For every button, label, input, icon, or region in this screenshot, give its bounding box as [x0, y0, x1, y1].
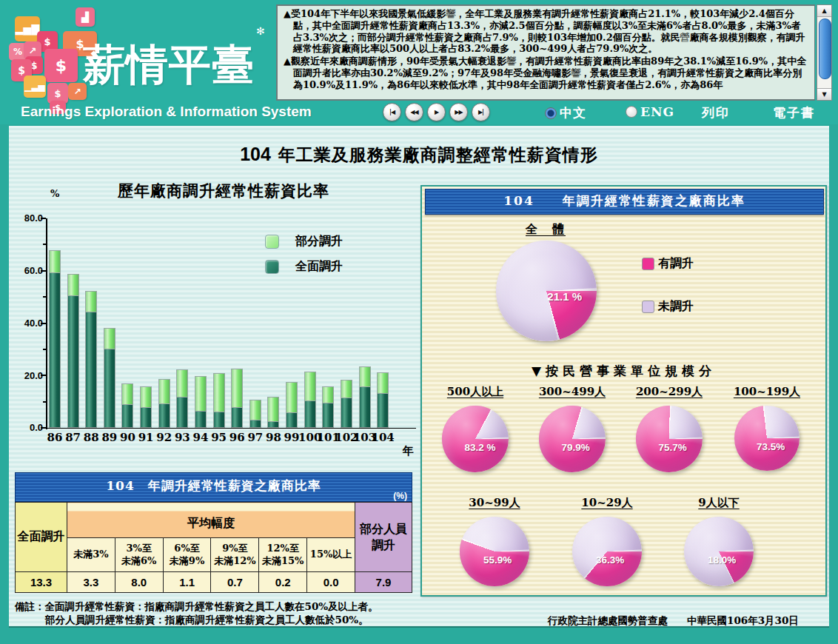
lang-en-label[interactable]: ENG	[640, 104, 674, 119]
fast-forward-button[interactable]: ▶▶	[449, 103, 468, 121]
bar-year-92	[158, 379, 170, 428]
bar-segment-full	[304, 400, 316, 428]
bar-year-104	[377, 372, 389, 428]
bar-chart-legend: 部分調升 全面調升	[265, 234, 343, 284]
range-header: 6%至 未滿9%	[163, 538, 211, 572]
rewind-button[interactable]: ◀◀	[405, 103, 423, 121]
x-tick-label: 96	[229, 431, 245, 444]
scrollbar-thumb[interactable]	[819, 19, 831, 79]
x-tick-label: 104	[372, 431, 395, 444]
overall-pie-chart: 21.1 %	[496, 241, 597, 341]
bar-year-89	[104, 328, 115, 428]
size-label: 30~99人	[450, 496, 539, 510]
bar-segment-full	[176, 397, 188, 428]
registered-mark-icon: ✻	[256, 25, 265, 37]
range-header: 未滿3%	[67, 538, 115, 572]
summary-table: 104 年調升經常性薪資之廠商比率 (%) 全面調升 平均幅度 部分人員 調升 …	[15, 472, 412, 593]
first-button[interactable]: |◀	[383, 103, 401, 121]
pie-value-label: 83.2 %	[465, 442, 496, 453]
pie-panel: 104 年調升經常性薪資之廠商比率 全 體 21.1 % 有調升 未調升 ▼按民…	[420, 185, 827, 597]
scroll-up-icon[interactable]: ▲	[817, 5, 831, 17]
bar-year-94	[195, 376, 207, 428]
lang-option-english[interactable]: ENG	[626, 104, 674, 119]
pie-chart-100~199人: 73.5%	[734, 406, 800, 471]
value-partial-raise: 7.9	[355, 572, 412, 593]
radio-selected-icon[interactable]	[545, 107, 557, 119]
value-cell: 0.2	[259, 572, 307, 593]
x-tick-label: 87	[65, 431, 81, 444]
pie-chart-30~99人: 55.9%	[460, 517, 529, 586]
axis-tick	[43, 244, 46, 245]
legend-label: 有調升	[658, 256, 694, 272]
overall-pie-value: 21.1 %	[547, 290, 582, 303]
x-tick-label: 94	[193, 431, 209, 444]
announcement-paragraph: ▲受104年下半年以來我國景氣低緩影響，全年工業及服務業有調升經常性薪資廠商占2…	[284, 8, 808, 55]
pie-value-label: 36.3%	[596, 554, 624, 566]
site-logo[interactable]: ▂▅▇▟$$%↗$$$▁▃▅$↗$ 薪情平臺 ✻ Earnings Explor…	[9, 6, 268, 102]
pie-value-label: 73.5%	[757, 441, 785, 452]
bar-segment-partial	[322, 386, 334, 403]
bar-year-99	[286, 382, 298, 428]
size-label: 500人以上	[431, 385, 520, 399]
bar-segment-partial	[213, 373, 225, 412]
announcement-scrollbar[interactable]: ▲ ▼	[817, 4, 832, 101]
x-tick-label: 98	[266, 431, 281, 444]
bar-chart-plot	[47, 218, 415, 428]
main-content: 104年工業及服務業廠商調整經常性薪資情形 % 歷年廠商調升經常性薪資比率 80…	[9, 126, 829, 628]
pie-value-label: 55.9%	[483, 554, 512, 566]
overall-label: 全 體	[496, 222, 595, 238]
factory-icon: ▟	[76, 7, 95, 27]
x-tick-label: 93	[175, 431, 190, 444]
bar-segment-partial	[267, 397, 279, 421]
last-button[interactable]: ▶|	[472, 103, 490, 121]
legend-swatch-not-raised-icon	[642, 301, 654, 313]
x-tick-label: 97	[247, 431, 263, 444]
legend-label: 全面調升	[295, 259, 343, 275]
bar-segment-full	[249, 420, 261, 428]
bar-segment-partial	[85, 291, 97, 312]
bar-segment-full	[213, 412, 225, 428]
bar-year-91	[140, 386, 152, 428]
pie-panel-title: 104 年調升經常性薪資之廠商比率	[425, 189, 824, 215]
app-window: ▂▅▇▟$$%↗$$$▁▃▅$↗$ 薪情平臺 ✻ Earnings Explor…	[0, 0, 838, 644]
range-header: 9%至 未滿12%	[211, 538, 259, 572]
axis-tick	[41, 427, 46, 429]
bar-year-102	[341, 380, 352, 428]
x-axis	[46, 428, 416, 429]
x-axis-unit-label: 年	[403, 444, 414, 458]
size-pie-cell-6: 10~29人36.3%	[563, 496, 651, 586]
print-button[interactable]: 列印	[702, 104, 730, 121]
bar-segment-full	[341, 398, 352, 428]
play-button[interactable]: ▶	[427, 103, 446, 121]
axis-tick	[41, 323, 46, 324]
bar-segment-full	[104, 349, 115, 428]
bar-segment-partial	[104, 328, 115, 349]
bar-year-87	[67, 274, 79, 428]
radio-unselected-icon[interactable]	[626, 106, 637, 118]
x-tick-label: 95	[211, 431, 227, 444]
pie-chart-500人以上: 83.2 %	[442, 406, 509, 472]
legend-swatch-partial-icon	[265, 235, 279, 249]
legend-item: 全面調升	[265, 259, 343, 275]
lang-zh-label[interactable]: 中文	[560, 104, 586, 121]
bar-year-86	[49, 250, 61, 428]
size-label: 300~499人	[528, 385, 617, 399]
value-cell: 0.0	[307, 572, 355, 593]
ebook-button[interactable]: 電子書	[773, 104, 815, 121]
col-header-average-range: 平均幅度	[67, 503, 355, 538]
nav-toolbar: |◀◀◀▶▶▶▶| 中文 ENG 列印 電子書	[0, 103, 838, 124]
logo-title: 薪情平臺	[83, 37, 268, 94]
scroll-down-icon[interactable]: ▼	[817, 88, 831, 100]
announcement-textbox[interactable]: ▲受104年下半年以來我國景氣低緩影響，全年工業及服務業有調升經常性薪資廠商占2…	[276, 4, 815, 101]
y-tick-label: 40.0	[18, 318, 43, 329]
bar-segment-full	[377, 393, 389, 428]
agency-name: 行政院主計總處國勢普查處	[548, 614, 668, 626]
bar-year-98	[267, 397, 279, 428]
bar-segment-partial	[121, 383, 133, 403]
size-pie-cell-7: 9人以下18.0%	[674, 496, 763, 586]
legend-label: 未調升	[658, 299, 694, 315]
bar-segment-partial	[377, 372, 389, 393]
value-cell: 3.3	[67, 572, 115, 593]
lang-option-chinese[interactable]: 中文	[545, 104, 586, 121]
bar-year-101	[322, 386, 334, 428]
